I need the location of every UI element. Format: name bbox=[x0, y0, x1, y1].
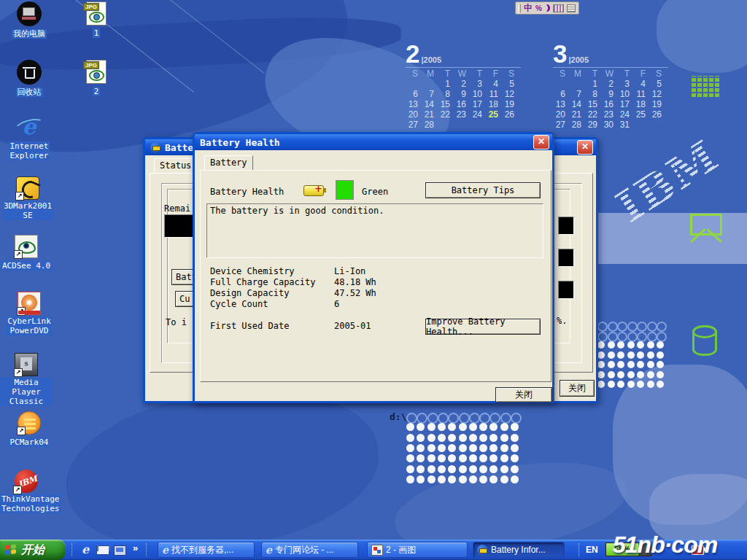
calendar-month-header: 3|2005 bbox=[553, 41, 668, 67]
calendar-day: 24 bbox=[470, 109, 486, 120]
calendar-weekday: S bbox=[502, 69, 518, 79]
calendar-day: 2 bbox=[454, 79, 470, 89]
decorative-dot bbox=[438, 444, 446, 452]
close-icon[interactable]: ✕ bbox=[533, 135, 549, 149]
calendar-day: 17 bbox=[470, 99, 486, 109]
close-button-health[interactable]: 关闭 bbox=[495, 387, 552, 402]
calendar-day: 7 bbox=[422, 89, 438, 99]
calendar-day: 26 bbox=[649, 109, 665, 120]
desktop-icon-recycle-bin[interactable]: 回收站 bbox=[3, 60, 55, 98]
quicklaunch-mail[interactable] bbox=[96, 543, 109, 556]
decorative-dot bbox=[406, 465, 414, 473]
taskbar-task-3[interactable]: 2 - 画图 bbox=[367, 542, 468, 558]
decorative-dot bbox=[448, 465, 456, 473]
detail-label: Cycle Count bbox=[210, 299, 334, 310]
decorative-dot bbox=[417, 434, 425, 442]
calendar-day: 17 bbox=[617, 99, 633, 109]
decorative-dot bbox=[448, 423, 456, 431]
quicklaunch-overflow-chevron[interactable]: » bbox=[133, 542, 138, 553]
decorative-dot bbox=[511, 454, 519, 462]
shortcut-arrow-icon: ↗ bbox=[15, 192, 24, 201]
decorative-dot bbox=[657, 361, 664, 368]
tab-status[interactable]: Status bbox=[154, 158, 197, 173]
desktop-icon-acdsee[interactable]: ↗ACDSee 4.0 bbox=[0, 235, 53, 271]
desktop: IBM d:\ 2|2005SMTWTFS1234567891011121314… bbox=[0, 0, 747, 560]
desktop-file-jpg[interactable]: JPG1 bbox=[70, 1, 123, 39]
desktop-icon-internet-explorer[interactable]: eInternetExplorer bbox=[3, 115, 55, 161]
tab-battery[interactable]: Battery bbox=[204, 155, 253, 170]
internet-explorer-icon: e bbox=[17, 115, 42, 140]
ime-fullwidth-icon[interactable]: % bbox=[535, 4, 542, 12]
calendar-day bbox=[553, 79, 569, 89]
calendar-day bbox=[569, 79, 585, 89]
tray-battery-icon[interactable] bbox=[692, 545, 704, 555]
task-label: 找不到服务器,... bbox=[171, 544, 233, 556]
calendar-day bbox=[422, 79, 438, 89]
decorative-dot bbox=[627, 351, 635, 359]
quicklaunch-internet-explorer[interactable]: e bbox=[79, 543, 92, 556]
taskbar-task-4[interactable]: Battery Infor... bbox=[473, 542, 565, 558]
shortcut-arrow-icon: ↗ bbox=[17, 307, 26, 316]
decorative-dot bbox=[438, 434, 446, 442]
calendar-week-row: 20212223242526 bbox=[553, 109, 668, 120]
decorative-dot bbox=[500, 454, 508, 462]
decorative-dot bbox=[479, 444, 487, 452]
decorative-dot bbox=[627, 361, 635, 368]
desktop-icon-powerdvd[interactable]: ↗CyberLinkPowerDVD bbox=[3, 292, 55, 336]
shortcut-arrow-icon: ↗ bbox=[17, 427, 26, 435]
desktop-icon-3dmark[interactable]: ↗3DMark2001SE bbox=[1, 176, 54, 221]
close-button-info[interactable]: 关闭 bbox=[560, 380, 595, 397]
mail-icon bbox=[96, 545, 109, 555]
ime-punctuation-icon[interactable] bbox=[545, 4, 550, 12]
desktop-icon-pcmark[interactable]: ↗PCMark04 bbox=[3, 411, 55, 448]
taskbar-task-2[interactable]: e专门网论坛 - ... bbox=[261, 542, 358, 558]
desktop-icon-my-computer[interactable]: 我的电脑 bbox=[3, 1, 55, 39]
calendar-day: 12 bbox=[649, 89, 665, 99]
battery-health-titlebar[interactable]: Battery Health ✕ bbox=[195, 134, 552, 150]
calendar-year: |2005 bbox=[568, 55, 589, 64]
calendar-day: 13 bbox=[553, 99, 569, 109]
recycle-bin-icon bbox=[17, 60, 42, 85]
decorative-dot bbox=[657, 341, 664, 349]
ime-language-bar[interactable]: 中 % bbox=[515, 1, 579, 15]
language-indicator[interactable]: EN bbox=[586, 545, 598, 555]
ime-menu-icon[interactable] bbox=[567, 4, 576, 12]
calendar-day: 13 bbox=[406, 99, 422, 109]
ime-chinese-mode-icon[interactable]: 中 bbox=[524, 3, 533, 13]
start-button[interactable]: 开始 bbox=[0, 540, 66, 560]
taskbar-task-1[interactable]: e找不到服务器,... bbox=[158, 542, 255, 558]
calendar-week-row: 12345 bbox=[406, 79, 521, 89]
close-icon[interactable]: ✕ bbox=[577, 140, 593, 155]
health-status-label: Green bbox=[362, 187, 388, 197]
decorative-dot bbox=[459, 475, 467, 483]
quicklaunch-show-desktop[interactable] bbox=[114, 543, 127, 556]
calendar-day: 30 bbox=[601, 120, 617, 130]
desktop-icon-thinkvantage[interactable]: ↗ThinkVantageTechnologies bbox=[0, 470, 53, 514]
calendar-day: 19 bbox=[502, 99, 518, 109]
mpc-icon: ↗ bbox=[15, 353, 38, 376]
calendar-weekday: S bbox=[553, 69, 569, 79]
improve-battery-health-button[interactable]: Improve Battery Health... bbox=[425, 319, 541, 335]
calendar-day bbox=[649, 120, 665, 130]
decorative-dot bbox=[500, 465, 508, 473]
decorative-dot bbox=[511, 475, 519, 483]
decorative-dot bbox=[479, 465, 487, 473]
cylinder-icon bbox=[692, 325, 717, 356]
battery-gauge bbox=[164, 214, 196, 238]
calendar-day: 4 bbox=[633, 79, 649, 89]
desktop-icon-mpc[interactable]: ↗Media PlayerClassic bbox=[0, 353, 53, 407]
decorative-dot bbox=[617, 361, 624, 368]
decorative-dot bbox=[608, 361, 615, 368]
decorative-dot bbox=[637, 361, 644, 368]
desktop-icon-label: PCMark04 bbox=[9, 438, 50, 447]
tray-battery-meter[interactable]: 58% bbox=[605, 542, 651, 556]
ime-grip-handle[interactable] bbox=[518, 4, 521, 12]
ime-soft-keyboard-icon[interactable] bbox=[553, 4, 564, 12]
calendar-day: 16 bbox=[454, 99, 470, 109]
internet-explorer-icon: e bbox=[162, 544, 169, 556]
desktop-file-jpg[interactable]: JPG2 bbox=[70, 60, 123, 97]
calendar-day: 23 bbox=[601, 109, 617, 120]
internet-explorer-icon: e bbox=[266, 544, 272, 556]
decorative-dot bbox=[459, 423, 467, 431]
battery-tips-button[interactable]: Battery Tips bbox=[425, 182, 541, 198]
